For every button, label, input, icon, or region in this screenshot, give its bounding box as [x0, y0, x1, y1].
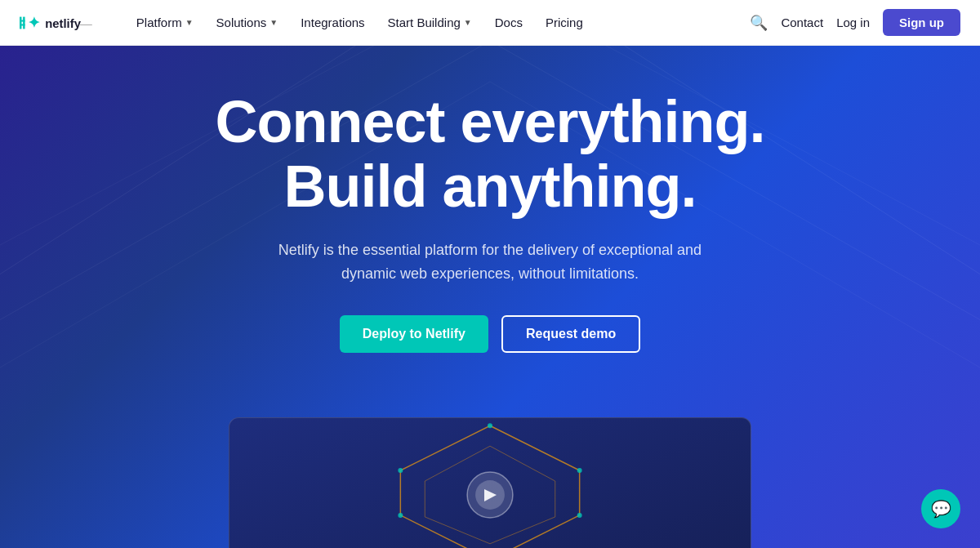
signup-button[interactable]: Sign up — [883, 9, 960, 36]
hero-title: Connect everything. Build anything. — [215, 90, 764, 219]
platform-chevron-icon: ▼ — [185, 18, 194, 27]
request-demo-button[interactable]: Request demo — [501, 315, 640, 353]
logo[interactable]: ✦ netlify — — [20, 11, 100, 34]
nav-start-building[interactable]: Start Building ▼ — [378, 11, 482, 34]
svg-text:✦: ✦ — [28, 14, 40, 30]
chat-icon: 💬 — [931, 499, 951, 519]
svg-text:—: — — [80, 16, 92, 29]
hero-title-line2: Build anything. — [284, 154, 697, 219]
hero-buttons: Deploy to Netlify Request demo — [340, 315, 640, 353]
navbar: ✦ netlify — Platform ▼ Solutions ▼ Integ… — [0, 0, 980, 46]
solutions-chevron-icon: ▼ — [270, 18, 278, 27]
svg-text:netlify: netlify — [45, 16, 81, 29]
start-building-chevron-icon: ▼ — [464, 18, 472, 27]
hero-title-line1: Connect everything. — [215, 89, 764, 154]
svg-point-24 — [398, 513, 403, 518]
svg-point-20 — [488, 423, 492, 428]
svg-rect-0 — [20, 16, 21, 29]
nav-login[interactable]: Log in — [836, 16, 870, 29]
hero-subtitle: Netlify is the essential platform for th… — [261, 238, 719, 286]
svg-point-22 — [577, 513, 582, 518]
search-icon[interactable]: 🔍 — [750, 14, 768, 32]
svg-rect-1 — [23, 16, 24, 29]
hero-content: Connect everything. Build anything. Netl… — [215, 90, 764, 353]
svg-point-25 — [398, 468, 403, 473]
dashboard-preview — [229, 417, 751, 548]
nav-right: 🔍 Contact Log in Sign up — [750, 9, 960, 36]
nav-links: Platform ▼ Solutions ▼ Integrations Star… — [127, 11, 751, 34]
svg-point-21 — [577, 468, 582, 473]
chat-button[interactable]: 💬 — [921, 489, 960, 528]
deploy-button[interactable]: Deploy to Netlify — [340, 315, 488, 353]
nav-contact[interactable]: Contact — [781, 16, 823, 29]
nav-docs[interactable]: Docs — [485, 11, 532, 34]
logo-icon: ✦ — [20, 14, 40, 30]
nav-integrations[interactable]: Integrations — [291, 11, 374, 34]
hex-visualization — [229, 418, 751, 548]
nav-platform[interactable]: Platform ▼ — [127, 11, 203, 34]
nav-pricing[interactable]: Pricing — [536, 11, 593, 34]
nav-solutions[interactable]: Solutions ▼ — [207, 11, 288, 34]
hero-section: Connect everything. Build anything. Netl… — [0, 0, 980, 548]
